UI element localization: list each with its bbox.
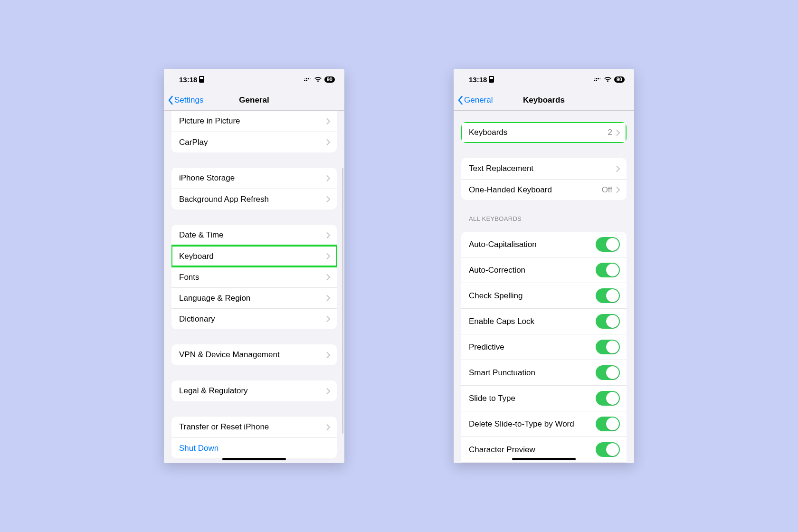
status-bar: 13:18 90 (454, 69, 634, 90)
row-detail: 2 (608, 128, 612, 137)
cellular-dots-icon (594, 78, 601, 81)
wifi-icon (314, 76, 322, 82)
chevron-right-icon (326, 424, 330, 430)
row-auto-correction[interactable]: Auto-Correction (461, 257, 627, 283)
phone-general: 13:18 90 Settings General Picture in Pic… (164, 69, 344, 463)
row-predictive[interactable]: Predictive (461, 334, 627, 360)
row-fonts[interactable]: Fonts (171, 266, 337, 287)
row-label: Language & Region (179, 294, 326, 303)
row-carplay[interactable]: CarPlay (171, 132, 337, 152)
row-auto-capitalisation[interactable]: Auto-Capitalisation (461, 232, 627, 257)
nav-bar: Settings General (164, 90, 344, 111)
row-vpn-device-management[interactable]: VPN & Device Management (171, 344, 337, 365)
settings-group: Picture in PictureCarPlay (171, 111, 337, 152)
row-label: Delete Slide-to-Type by Word (469, 419, 596, 429)
row-keyboards[interactable]: Keyboards2 (461, 122, 627, 143)
chevron-right-icon (326, 175, 330, 181)
chevron-right-icon (326, 388, 330, 394)
scroll-area[interactable]: Keyboards2Text ReplacementOne-Handed Key… (454, 111, 634, 463)
keyboards-group: Keyboards2 (461, 122, 627, 143)
chevron-right-icon (326, 118, 330, 124)
phone-keyboards: 13:18 90 General Keyboards Keyboards2Tex… (454, 69, 634, 463)
row-label: Enable Caps Lock (469, 317, 596, 326)
row-check-spelling[interactable]: Check Spelling (461, 283, 627, 308)
home-indicator[interactable] (222, 458, 286, 460)
row-label: One-Handed Keyboard (469, 185, 602, 195)
row-dictionary[interactable]: Dictionary (171, 308, 337, 329)
chevron-right-icon (326, 274, 330, 280)
back-button[interactable]: Settings (164, 95, 203, 105)
row-date-time[interactable]: Date & Time (171, 225, 337, 246)
row-label: Date & Time (179, 230, 326, 240)
toggles-group: Auto-CapitalisationAuto-CorrectionCheck … (461, 232, 627, 463)
toggle-switch[interactable] (596, 263, 620, 277)
back-button[interactable]: General (454, 95, 493, 105)
row--shortcut[interactable]: "." Shortcut (461, 462, 627, 463)
row-label: Keyboard (179, 252, 326, 261)
row-language-region[interactable]: Language & Region (171, 287, 337, 308)
row-label: Auto-Correction (469, 266, 596, 275)
row-label: iPhone Storage (179, 173, 326, 183)
chevron-right-icon (326, 196, 330, 202)
row-label: Legal & Regulatory (179, 386, 326, 396)
row-iphone-storage[interactable]: iPhone Storage (171, 168, 337, 189)
toggle-switch[interactable] (596, 314, 620, 329)
row-label: Picture in Picture (179, 116, 326, 126)
scrollbar-icon (342, 168, 343, 434)
toggle-switch[interactable] (596, 288, 620, 303)
row-label: Predictive (469, 342, 596, 352)
chevron-right-icon (326, 316, 330, 322)
settings-group: Legal & Regulatory (171, 380, 337, 401)
row-slide-to-type[interactable]: Slide to Type (461, 385, 627, 411)
toggle-switch[interactable] (596, 417, 620, 431)
row-smart-punctuation[interactable]: Smart Punctuation (461, 360, 627, 385)
battery-indicator: 90 (324, 76, 335, 83)
row-label: Transfer or Reset iPhone (179, 422, 326, 432)
chevron-left-icon (168, 95, 173, 105)
row-text-replacement[interactable]: Text Replacement (461, 158, 627, 179)
row-label: CarPlay (179, 138, 326, 147)
row-detail: Off (602, 185, 612, 195)
row-shut-down[interactable]: Shut Down (171, 437, 337, 458)
chevron-right-icon (616, 130, 620, 136)
toggle-switch[interactable] (596, 340, 620, 354)
status-time: 13:18 (179, 76, 197, 84)
row-transfer-or-reset-iphone[interactable]: Transfer or Reset iPhone (171, 417, 337, 437)
sim-card-icon (489, 76, 494, 83)
chevron-right-icon (326, 295, 330, 301)
scroll-area[interactable]: Picture in PictureCarPlayiPhone StorageB… (164, 111, 344, 463)
row-background-app-refresh[interactable]: Background App Refresh (171, 189, 337, 209)
status-bar: 13:18 90 (164, 69, 344, 90)
chevron-left-icon (457, 95, 463, 105)
cellular-dots-icon (304, 78, 312, 81)
status-time: 13:18 (469, 76, 487, 84)
row-delete-slide-to-type-by-word[interactable]: Delete Slide-to-Type by Word (461, 411, 627, 437)
row-one-handed-keyboard[interactable]: One-Handed KeyboardOff (461, 179, 627, 200)
row-enable-caps-lock[interactable]: Enable Caps Lock (461, 308, 627, 334)
settings-group: Date & TimeKeyboardFontsLanguage & Regio… (171, 225, 337, 329)
row-label: Background App Refresh (179, 195, 326, 204)
sim-card-icon (199, 76, 204, 83)
wifi-icon (604, 76, 612, 82)
row-picture-in-picture[interactable]: Picture in Picture (171, 111, 337, 132)
chevron-right-icon (616, 187, 620, 193)
row-label: Fonts (179, 273, 326, 282)
chevron-right-icon (326, 352, 330, 358)
nav-bar: General Keyboards (454, 90, 634, 111)
row-keyboard[interactable]: Keyboard (171, 246, 337, 266)
chevron-right-icon (326, 139, 330, 145)
chevron-right-icon (326, 232, 330, 238)
toggle-switch[interactable] (596, 365, 620, 380)
toggle-switch[interactable] (596, 237, 620, 252)
row-label: Shut Down (179, 444, 330, 453)
row-label: Dictionary (179, 314, 326, 324)
chevron-right-icon (616, 166, 620, 172)
toggle-switch[interactable] (596, 442, 620, 457)
home-indicator[interactable] (512, 458, 576, 460)
toggle-switch[interactable] (596, 391, 620, 406)
battery-indicator: 90 (614, 76, 625, 83)
row-label: Slide to Type (469, 394, 596, 403)
row-legal-regulatory[interactable]: Legal & Regulatory (171, 380, 337, 401)
section-header-all-keyboards: ALL KEYBOARDS (469, 215, 619, 222)
back-label: Settings (174, 95, 203, 105)
